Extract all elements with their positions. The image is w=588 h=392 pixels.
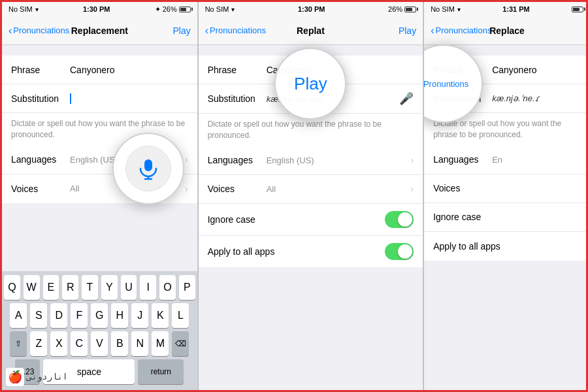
key-return[interactable]: return [138, 359, 184, 384]
no-sim-label-2: No SIM [205, 5, 229, 13]
key-w[interactable]: W [24, 275, 40, 300]
battery-icon-2 [404, 7, 416, 12]
mic-inner-1 [125, 146, 171, 191]
substitution-row-1[interactable]: Substitution [2, 84, 197, 113]
voices-chevron-2: › [410, 184, 414, 194]
svg-rect-0 [144, 159, 152, 171]
sub-label-2: Substitution [208, 93, 267, 104]
apply-apps-row-3: Apply to all apps [424, 232, 588, 261]
sub-input-1[interactable] [70, 93, 188, 104]
key-k[interactable]: K [152, 303, 169, 328]
pronun-overlay-text-3: ‹ Pronun­tions [424, 78, 475, 90]
ignore-case-toggle-2[interactable] [385, 211, 414, 228]
voices-value-2: All [267, 184, 408, 194]
nav-title-2: Replat [297, 25, 325, 36]
key-d[interactable]: D [50, 303, 67, 328]
lang-chevron-2: › [410, 155, 414, 165]
voices-chevron-1: › [185, 184, 188, 194]
nav-title-3: Replace [489, 25, 525, 36]
status-time-3: 1:31 PM [502, 5, 530, 13]
key-l[interactable]: L [172, 303, 189, 328]
panel-3: No SIM ▾ 1:31 PM ‹ Pronunciations Replac… [424, 2, 588, 390]
watermark: 🍎 اناردونی [6, 368, 68, 386]
key-y[interactable]: Y [101, 275, 118, 300]
back-button-3[interactable]: ‹ Pronunciations [431, 25, 491, 36]
key-shift[interactable]: ⇧ [10, 331, 27, 356]
voices-row-2[interactable]: Voices All › [199, 175, 423, 204]
bluetooth-icon-1: ✦ [155, 5, 161, 14]
play-button-2[interactable]: Play [399, 25, 416, 36]
key-h[interactable]: H [111, 303, 128, 328]
lang-label-3: Languages [433, 154, 492, 165]
key-row-asdf: A S D F G H J K L [4, 303, 195, 328]
status-right-2: 26% [388, 5, 416, 13]
panel-1: No SIM ▾ 1:30 PM ✦ 26% ‹ Pronunciations … [2, 2, 198, 390]
back-button-1[interactable]: ‹ Pronunciations [8, 25, 69, 36]
key-z[interactable]: Z [30, 331, 47, 356]
key-e[interactable]: E [43, 275, 59, 300]
languages-row-2[interactable]: Languages English (US) › [199, 146, 423, 175]
status-left-1: No SIM ▾ [8, 5, 39, 13]
key-backspace[interactable]: ⌫ [172, 331, 189, 356]
play-overlay-text-2: Play [294, 74, 327, 94]
back-button-2[interactable]: ‹ Pronunciations [205, 25, 266, 36]
lang-label-2: Languages [208, 155, 267, 165]
status-bar-1: No SIM ▾ 1:30 PM ✦ 26% [2, 2, 197, 16]
key-b[interactable]: B [111, 331, 128, 356]
key-u[interactable]: U [121, 275, 137, 300]
key-t[interactable]: T [82, 275, 98, 300]
voices-row-3[interactable]: Voices [424, 174, 588, 203]
ignore-case-row-2[interactable]: Ignore case [199, 204, 423, 236]
voices-label-1: Voices [11, 184, 70, 194]
ignore-case-label-2: Ignore case [208, 214, 267, 225]
chevron-icon-1: ‹ [8, 25, 12, 36]
apply-apps-row-2[interactable]: Apply to all apps [199, 236, 423, 267]
wifi-icon-3: ▾ [457, 6, 461, 13]
ignore-case-label-3: Ignore case [433, 212, 492, 222]
status-left-3: No SIM ▾ [431, 5, 461, 13]
key-g[interactable]: G [91, 303, 108, 328]
phrase-label-2: Phrase [208, 65, 267, 75]
microphone-icon [137, 157, 160, 180]
apply-apps-toggle-2[interactable] [385, 243, 414, 260]
apply-apps-label-3: Apply to all apps [433, 241, 500, 252]
key-p[interactable]: P [179, 275, 195, 300]
key-x[interactable]: X [50, 331, 67, 356]
lang-label-1: Languages [11, 154, 70, 165]
phrase-label-1: Phrase [11, 65, 70, 75]
back-label-2: Pronunciations [210, 25, 266, 35]
key-v[interactable]: V [91, 331, 108, 356]
key-i[interactable]: I [140, 275, 156, 300]
no-sim-label-1: No SIM [8, 5, 33, 13]
nav-title-1: Replacement [71, 25, 128, 36]
battery-icon-3 [572, 7, 583, 12]
cursor-1 [70, 93, 71, 104]
panel-2: No SIM ▾ 1:30 PM 26% ‹ Pronunciations Re… [199, 2, 423, 390]
play-button-1[interactable]: Play [172, 25, 190, 36]
languages-row-3[interactable]: Languages En [424, 146, 588, 174]
voices-label-3: Voices [433, 183, 492, 193]
key-c[interactable]: C [71, 331, 88, 356]
key-r[interactable]: R [62, 275, 78, 300]
key-o[interactable]: O [159, 275, 176, 300]
chevron-icon-2: ‹ [205, 25, 208, 36]
status-bar-3: No SIM ▾ 1:31 PM [424, 2, 588, 16]
watermark-icon: 🍎 [6, 368, 24, 386]
key-f[interactable]: F [71, 303, 88, 328]
key-s[interactable]: S [30, 303, 47, 328]
sub-value-3: kæ.njə.ˈne.ɾ [492, 93, 581, 103]
key-j[interactable]: J [131, 303, 148, 328]
play-overlay-2[interactable]: Play [274, 48, 346, 120]
mic-icon-2[interactable]: 🎤 [399, 91, 414, 106]
key-row-qwerty: Q W E R T Y U I O P [4, 275, 195, 300]
lang-value-3: En [492, 155, 581, 165]
key-row-zxcv: ⇧ Z X C V B N M ⌫ [4, 331, 195, 356]
key-m[interactable]: M [152, 331, 169, 356]
wifi-icon-2: ▾ [231, 6, 235, 13]
mic-overlay-1[interactable] [112, 133, 184, 204]
key-n[interactable]: N [131, 331, 148, 356]
key-q[interactable]: Q [4, 275, 20, 300]
key-a[interactable]: A [10, 303, 27, 328]
status-bar-2: No SIM ▾ 1:30 PM 26% [199, 2, 423, 16]
ignore-case-row-3[interactable]: Ignore case [424, 203, 588, 232]
